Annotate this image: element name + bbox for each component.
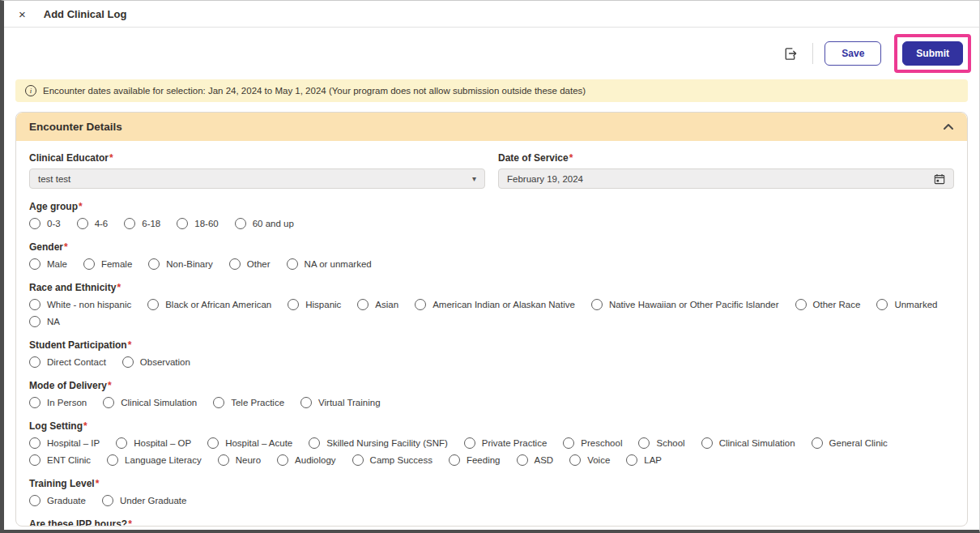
radio-circle-icon[interactable] <box>876 299 888 310</box>
radio-circle-icon[interactable] <box>147 299 159 310</box>
radio-circle-icon[interactable] <box>148 258 160 270</box>
radio-circle-icon[interactable] <box>795 299 807 310</box>
radio-option[interactable]: Voice <box>569 454 610 466</box>
radio-circle-icon[interactable] <box>415 299 426 310</box>
radio-option[interactable]: Native Hawaiian or Other Pacific Islande… <box>591 299 779 310</box>
radio-circle-icon[interactable] <box>29 495 40 506</box>
radio-option[interactable]: 4-6 <box>77 218 109 229</box>
radio-option[interactable]: ASD <box>517 454 554 466</box>
radio-circle-icon[interactable] <box>29 356 40 368</box>
radio-option[interactable]: In Person <box>29 397 87 408</box>
chevron-up-icon[interactable] <box>943 123 954 130</box>
radio-option[interactable]: Female <box>83 258 132 270</box>
radio-option[interactable]: Black or African American <box>147 299 271 310</box>
radio-circle-icon[interactable] <box>277 454 288 466</box>
radio-option[interactable]: 60 and up <box>235 218 294 229</box>
radio-option[interactable]: White - non hispanic <box>29 299 131 310</box>
radio-circle-icon[interactable] <box>638 437 650 449</box>
radio-circle-icon[interactable] <box>122 356 134 368</box>
radio-circle-icon[interactable] <box>812 437 823 449</box>
radio-circle-icon[interactable] <box>235 218 246 229</box>
radio-option[interactable]: Observation <box>122 356 190 368</box>
radio-circle-icon[interactable] <box>29 316 40 327</box>
radio-option[interactable]: Clinical Simulation <box>701 437 795 449</box>
radio-option[interactable]: General Clinic <box>812 437 888 449</box>
radio-option[interactable]: LAP <box>626 454 662 466</box>
radio-option[interactable]: Feeding <box>449 454 501 466</box>
radio-circle-icon[interactable] <box>177 218 188 229</box>
radio-circle-icon[interactable] <box>352 454 364 466</box>
radio-circle-icon[interactable] <box>116 437 127 449</box>
radio-circle-icon[interactable] <box>517 454 528 466</box>
radio-circle-icon[interactable] <box>207 437 219 449</box>
radio-circle-icon[interactable] <box>449 454 460 466</box>
radio-circle-icon[interactable] <box>77 218 88 229</box>
radio-option[interactable]: Clinical Simulation <box>103 397 197 408</box>
radio-circle-icon[interactable] <box>300 397 312 408</box>
save-button[interactable]: Save <box>824 41 881 66</box>
clinical-educator-select[interactable]: test test ▾ <box>29 168 485 189</box>
radio-circle-icon[interactable] <box>213 397 224 408</box>
radio-option[interactable]: Hispanic <box>288 299 341 310</box>
close-icon[interactable]: × <box>19 8 26 20</box>
radio-circle-icon[interactable] <box>287 258 298 270</box>
radio-option[interactable]: Under Graduate <box>102 495 186 506</box>
radio-option-label: American Indian or Alaskan Native <box>432 300 575 309</box>
radio-option[interactable]: Graduate <box>29 495 86 506</box>
radio-option[interactable]: ENT Clinic <box>29 454 91 466</box>
radio-option[interactable]: American Indian or Alaskan Native <box>415 299 575 310</box>
date-of-service-input[interactable]: February 19, 2024 <box>498 168 954 189</box>
radio-option[interactable]: NA <box>29 316 60 327</box>
radio-option[interactable]: Language Literacy <box>107 454 202 466</box>
radio-option[interactable]: Neuro <box>218 454 261 466</box>
radio-option[interactable]: School <box>638 437 684 449</box>
radio-circle-icon[interactable] <box>29 258 40 270</box>
calendar-icon[interactable] <box>934 173 945 185</box>
submit-button[interactable]: Submit <box>902 41 963 66</box>
radio-option[interactable]: Private Practice <box>464 437 548 449</box>
radio-circle-icon[interactable] <box>102 495 113 506</box>
radio-circle-icon[interactable] <box>288 299 299 310</box>
radio-circle-icon[interactable] <box>218 454 229 466</box>
radio-option[interactable]: Non-Binary <box>148 258 213 270</box>
radio-option[interactable]: Hospital – OP <box>116 437 191 449</box>
radio-option[interactable]: Preschool <box>563 437 622 449</box>
radio-circle-icon[interactable] <box>29 397 40 408</box>
radio-option[interactable]: Other <box>229 258 271 270</box>
radio-circle-icon[interactable] <box>229 258 241 270</box>
radio-circle-icon[interactable] <box>569 454 581 466</box>
radio-option[interactable]: Tele Practice <box>213 397 284 408</box>
radio-circle-icon[interactable] <box>103 397 114 408</box>
radio-option[interactable]: Hospital – IP <box>29 437 100 449</box>
radio-option[interactable]: 0-3 <box>29 218 61 229</box>
radio-option[interactable]: NA or unmarked <box>287 258 372 270</box>
export-icon[interactable] <box>779 43 801 65</box>
radio-option[interactable]: Virtual Training <box>300 397 381 408</box>
radio-circle-icon[interactable] <box>309 437 320 449</box>
radio-option[interactable]: Male <box>29 258 67 270</box>
radio-circle-icon[interactable] <box>29 437 40 449</box>
radio-circle-icon[interactable] <box>29 218 40 229</box>
radio-option[interactable]: Other Race <box>795 299 861 310</box>
radio-circle-icon[interactable] <box>701 437 713 449</box>
radio-circle-icon[interactable] <box>83 258 95 270</box>
radio-circle-icon[interactable] <box>357 299 369 310</box>
radio-circle-icon[interactable] <box>107 454 118 466</box>
radio-option[interactable]: 6-18 <box>124 218 160 229</box>
radio-circle-icon[interactable] <box>29 454 40 466</box>
radio-circle-icon[interactable] <box>591 299 603 310</box>
encounter-details-header[interactable]: Encounter Details <box>16 113 967 141</box>
radio-option[interactable]: Skilled Nursing Facility (SNF) <box>309 437 448 449</box>
radio-option[interactable]: Hospital – Acute <box>207 437 292 449</box>
radio-circle-icon[interactable] <box>29 299 40 310</box>
radio-option[interactable]: Camp Success <box>352 454 432 466</box>
radio-option[interactable]: Direct Contact <box>29 356 106 368</box>
radio-option[interactable]: Audiology <box>277 454 336 466</box>
radio-option[interactable]: 18-60 <box>177 218 218 229</box>
radio-circle-icon[interactable] <box>124 218 135 229</box>
radio-circle-icon[interactable] <box>626 454 637 466</box>
radio-circle-icon[interactable] <box>464 437 475 449</box>
radio-option[interactable]: Unmarked <box>876 299 937 310</box>
radio-option[interactable]: Asian <box>357 299 398 310</box>
radio-circle-icon[interactable] <box>563 437 574 449</box>
